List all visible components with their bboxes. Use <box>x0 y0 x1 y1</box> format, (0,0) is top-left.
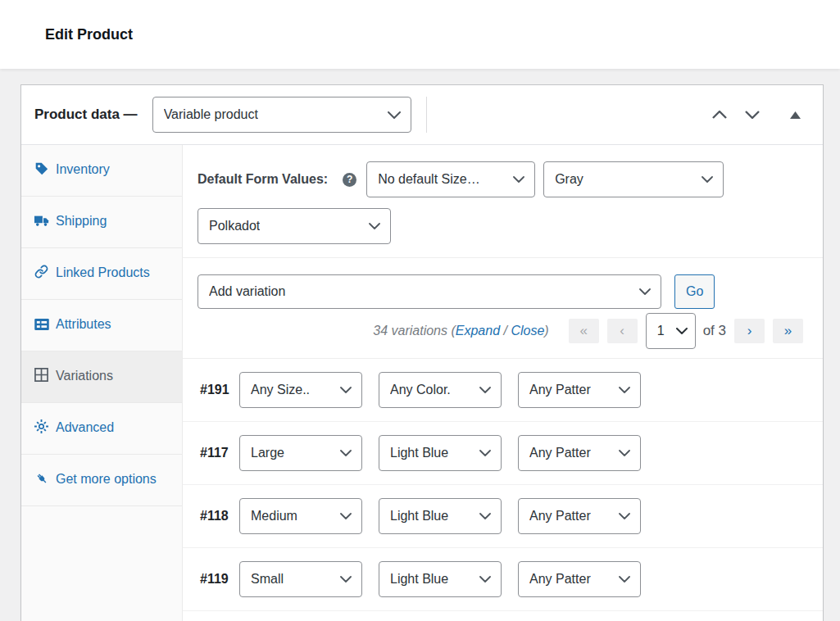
first-page-button[interactable]: « <box>569 319 599 343</box>
chevron-down-icon <box>513 176 524 183</box>
chevron-down-icon <box>479 513 491 519</box>
default-size-select[interactable]: No default Size… <box>366 161 535 197</box>
top-bar: Edit Product <box>0 0 840 69</box>
go-button[interactable]: Go <box>674 274 715 309</box>
tab-label: Attributes <box>56 317 111 331</box>
chevron-down-icon <box>479 387 491 393</box>
color-select[interactable]: Light Blue <box>379 561 502 597</box>
pattern-select[interactable]: Any Patter <box>518 372 641 408</box>
prev-page-button[interactable]: ‹ <box>607 319 638 343</box>
variation-row: #117 Large Light Blue Any Patter <box>183 422 823 485</box>
close-link[interactable]: Close <box>511 324 544 338</box>
triangle-up-icon <box>790 111 801 119</box>
pattern-select[interactable]: Any Patter <box>518 561 641 597</box>
move-up-button[interactable] <box>708 103 731 126</box>
chevron-down-icon <box>340 450 352 456</box>
link-icon <box>34 262 49 287</box>
metabox-controls <box>708 103 806 126</box>
pattern-select[interactable]: Any Patter <box>518 435 641 471</box>
product-data-tabs: Inventory Shipping Linked Products Attri… <box>21 145 183 621</box>
tab-label: Get more options <box>56 472 157 486</box>
tab-label: Variations <box>56 369 113 383</box>
move-down-button[interactable] <box>741 103 764 126</box>
truck-icon <box>34 211 49 235</box>
tab-linked-products[interactable]: Linked Products <box>21 248 182 300</box>
variations-panel: Default Form Values: ? No default Size… … <box>183 145 823 621</box>
chevron-up-icon <box>712 111 727 119</box>
variation-id: #118 <box>200 509 239 524</box>
chevron-down-icon <box>676 328 688 334</box>
plug-icon <box>34 469 49 493</box>
chevron-down-icon <box>340 387 352 393</box>
chevron-down-icon <box>619 576 630 582</box>
product-data-metabox: Product data — Variable product <box>20 84 824 621</box>
color-select[interactable]: Light Blue <box>379 498 502 534</box>
chevron-down-icon <box>745 111 760 119</box>
pattern-select[interactable]: Any Patter <box>518 498 641 534</box>
expand-link[interactable]: Expand <box>456 324 500 338</box>
chevron-down-icon <box>619 387 630 393</box>
chevron-down-icon <box>619 513 630 519</box>
tab-label: Inventory <box>56 162 110 176</box>
list-icon <box>34 314 49 338</box>
default-pattern-select[interactable]: Polkadot <box>198 208 391 244</box>
tag-icon <box>34 159 49 184</box>
tab-label: Shipping <box>56 214 107 228</box>
variation-id: #119 <box>200 572 239 587</box>
size-select[interactable]: Medium <box>239 498 362 534</box>
chevron-down-icon <box>639 288 651 295</box>
chevron-down-icon <box>388 111 401 119</box>
size-select[interactable]: Any Size.. <box>239 372 362 408</box>
variation-id: #191 <box>200 383 239 397</box>
tab-advanced[interactable]: Advanced <box>21 403 182 455</box>
chevron-down-icon <box>340 513 352 519</box>
tab-shipping[interactable]: Shipping <box>21 197 182 248</box>
variation-row: #119 Small Light Blue Any Patter <box>183 548 823 611</box>
tab-get-more-options[interactable]: Get more options <box>21 455 182 506</box>
chevron-down-icon <box>340 576 352 582</box>
total-pages-label: of 3 <box>703 323 726 339</box>
tab-label: Linked Products <box>56 265 150 279</box>
variations-count: 34 variations (Expand / Close) <box>373 324 548 338</box>
variations-toolbar: Add variation Go 34 variations (Expand /… <box>183 258 823 359</box>
tab-label: Advanced <box>56 420 114 434</box>
page-number-select[interactable]: 1 <box>646 313 696 349</box>
variation-row: #118 Medium Light Blue Any Patter <box>183 485 823 548</box>
variation-row: #191 Any Size.. Any Color. Any Patter <box>183 359 823 422</box>
chevron-down-icon <box>369 223 380 229</box>
next-page-button[interactable]: › <box>734 319 765 343</box>
header-divider <box>426 97 427 133</box>
help-icon[interactable]: ? <box>343 173 356 187</box>
variations-pagenav: 34 variations (Expand / Close) « ‹ 1 of … <box>198 313 803 349</box>
default-color-select[interactable]: Gray <box>543 161 724 197</box>
bulk-action-select[interactable]: Add variation <box>198 274 661 309</box>
page-title: Edit Product <box>45 26 133 43</box>
default-form-values-label: Default Form Values: <box>198 172 328 187</box>
tab-variations[interactable]: Variations <box>21 351 182 403</box>
size-select[interactable]: Small <box>239 561 362 597</box>
chevron-down-icon <box>619 450 630 456</box>
last-page-button[interactable]: » <box>773 319 803 343</box>
product-type-select[interactable]: Variable product <box>152 97 411 133</box>
chevron-down-icon <box>479 450 491 456</box>
tab-inventory[interactable]: Inventory <box>21 145 182 197</box>
gear-icon <box>34 417 49 442</box>
toggle-panel-button[interactable] <box>783 103 806 126</box>
chevron-down-icon <box>479 576 491 582</box>
color-select[interactable]: Any Color. <box>379 372 502 408</box>
color-select[interactable]: Light Blue <box>379 435 502 471</box>
default-form-values-section: Default Form Values: ? No default Size… … <box>183 145 823 258</box>
size-select[interactable]: Large <box>239 435 362 471</box>
grid-icon <box>34 365 49 390</box>
variation-id: #117 <box>200 446 239 460</box>
metabox-title: Product data — <box>34 107 138 123</box>
metabox-header: Product data — Variable product <box>21 85 823 145</box>
tab-attributes[interactable]: Attributes <box>21 300 182 351</box>
chevron-down-icon <box>702 176 713 183</box>
